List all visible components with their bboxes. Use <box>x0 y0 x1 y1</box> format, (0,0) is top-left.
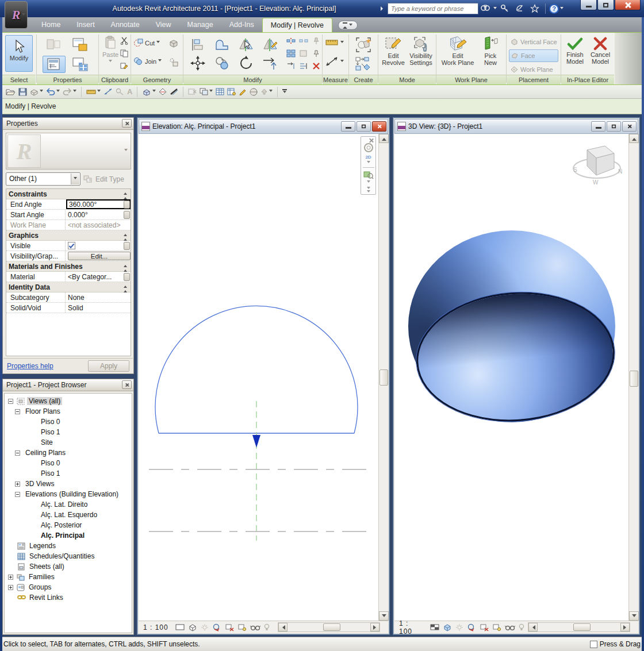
tree-item-alc-lat-direito[interactable]: Alç. Lat. Direito <box>5 499 132 510</box>
reveal-hidden-icon[interactable] <box>264 623 270 631</box>
array-icon[interactable] <box>286 49 296 58</box>
move-icon[interactable] <box>187 55 209 72</box>
crop-region-icon[interactable] <box>492 623 501 631</box>
threed-minimize-button[interactable] <box>591 121 605 132</box>
close-hidden-windows-icon[interactable] <box>188 88 197 95</box>
navbar-more-icon[interactable] <box>367 187 370 194</box>
placement-vertical-face-option[interactable]: Vertical Face <box>509 36 558 48</box>
type-preview[interactable]: R <box>6 133 131 170</box>
mirror-pick-axis-icon[interactable] <box>235 36 257 53</box>
section-graphics[interactable]: Graphics <box>6 230 131 241</box>
tree-item-views-all[interactable]: Views (all) <box>5 396 132 406</box>
section-icon[interactable] <box>159 88 167 95</box>
search-button[interactable] <box>478 2 492 15</box>
vertical-scroll-thumb[interactable] <box>379 369 388 386</box>
paste-dropdown-icon[interactable] <box>109 60 112 64</box>
sync-icon[interactable] <box>30 88 43 96</box>
properties-close-button[interactable] <box>122 119 132 128</box>
cope-icon[interactable] <box>211 36 233 53</box>
offset-icon[interactable] <box>286 61 296 71</box>
panel-label-clipboard[interactable]: Clipboard <box>99 75 131 84</box>
threed-canvas[interactable]: S N W <box>394 134 628 621</box>
collapse-icon[interactable] <box>15 492 20 497</box>
visibility-edit-button[interactable]: Edit... <box>68 252 131 260</box>
ribbon-minimize-toggle[interactable] <box>338 21 358 30</box>
project-browser-close-button[interactable] <box>122 380 132 389</box>
edit-work-plane-button[interactable]: EditWork Plane <box>440 36 476 66</box>
split-with-gap-icon[interactable] <box>298 36 309 45</box>
search-dropdown-icon[interactable] <box>493 7 497 11</box>
join-dropdown-icon[interactable] <box>158 59 162 63</box>
end-angle-input[interactable]: 360.000° <box>66 199 131 209</box>
scroll-right-button[interactable] <box>370 623 379 631</box>
combo-dropdown-button[interactable] <box>71 174 79 184</box>
create-group-icon[interactable] <box>354 36 373 54</box>
tag-icon[interactable] <box>116 88 124 95</box>
temporary-hide-icon[interactable] <box>505 624 515 631</box>
panel-label-in-place-editor[interactable]: In-Place Editor <box>561 75 614 84</box>
copy-icon[interactable] <box>120 49 129 58</box>
reveal-hidden-icon[interactable] <box>519 623 524 631</box>
threed-horizontal-scrollbar[interactable] <box>528 622 630 632</box>
visual-style-icon[interactable] <box>188 623 197 631</box>
split-element-icon[interactable] <box>286 36 296 45</box>
dimension-dropdown-icon[interactable] <box>340 60 344 64</box>
elevation-vertical-scrollbar[interactable] <box>378 134 388 621</box>
start-angle-value[interactable]: 0.000° <box>65 210 131 219</box>
panel-label-work-plane[interactable]: Work Plane <box>436 75 506 84</box>
material-assoc-button[interactable] <box>124 273 130 281</box>
detail-level-icon[interactable] <box>430 623 439 631</box>
thin-lines-icon[interactable] <box>170 88 178 95</box>
tree-item-piso0-floor[interactable]: Piso 0 <box>5 417 132 427</box>
horizontal-scroll-thumb[interactable] <box>323 623 340 631</box>
family-category-icon[interactable] <box>69 36 92 53</box>
tree-item-legends[interactable]: Legends <box>5 541 132 551</box>
tree-item-sheets[interactable]: Sheets (all) <box>5 561 132 572</box>
crop-region-icon[interactable] <box>237 623 247 631</box>
tree-item-piso0-ceiling[interactable]: Piso 0 <box>5 458 132 468</box>
panel-label-create[interactable]: Create <box>349 75 378 84</box>
edit-revolve-button[interactable]: EditRevolve <box>380 36 407 66</box>
tab-annotate[interactable]: Annotate <box>103 17 148 32</box>
visible-checkbox[interactable] <box>68 242 75 249</box>
tab-manage[interactable]: Manage <box>179 17 221 32</box>
visible-assoc-button[interactable] <box>124 242 130 250</box>
steering-wheel-icon[interactable] <box>363 143 374 153</box>
material-value[interactable]: <By Categor... <box>65 272 131 282</box>
tree-item-piso1-ceiling[interactable]: Piso 1 <box>5 468 132 479</box>
sketch-pencil-icon[interactable] <box>239 88 247 95</box>
undo-icon[interactable] <box>46 88 60 95</box>
unpin-icon[interactable] <box>311 49 321 58</box>
elevation-minimize-button[interactable] <box>341 121 355 132</box>
tree-item-elevations[interactable]: Elevations (Building Elevation) <box>5 489 132 499</box>
viewcube[interactable]: S N W <box>570 142 623 188</box>
panel-label-measure[interactable]: Measure <box>323 75 348 84</box>
panel-label-modify[interactable]: Modify <box>183 75 322 84</box>
elevation-restore-button[interactable] <box>356 121 371 132</box>
scroll-up-button[interactable] <box>379 134 389 143</box>
tree-item-alc-principal[interactable]: Alç. Principal <box>5 530 132 541</box>
tab-home[interactable]: Home <box>33 17 68 32</box>
visibility-settings-button[interactable]: VisibilitySettings <box>408 36 434 66</box>
dimension-button[interactable] <box>325 56 344 67</box>
tab-addins[interactable]: Add-Ins <box>221 17 262 32</box>
elevation-horizontal-scrollbar[interactable] <box>278 622 380 632</box>
render-icon[interactable] <box>250 88 258 96</box>
vertical-scroll-thumb[interactable] <box>630 371 638 387</box>
horizontal-scroll-thumb[interactable] <box>573 623 591 631</box>
scroll-right-button[interactable] <box>620 623 630 631</box>
section-materials[interactable]: Materials and Finishes <box>6 261 131 272</box>
redo-icon[interactable] <box>63 88 76 95</box>
delete-icon[interactable] <box>311 61 321 71</box>
scroll-down-button[interactable] <box>379 611 389 621</box>
match-properties-icon[interactable] <box>120 61 129 71</box>
collapse-icon[interactable] <box>15 409 20 414</box>
tree-item-alc-lat-esquerdo[interactable]: Alç. Lat. Esquerdo <box>5 510 132 520</box>
schedules-icon[interactable] <box>216 88 224 95</box>
elevation-close-button[interactable] <box>372 121 386 132</box>
tree-item-piso1-floor[interactable]: Piso 1 <box>5 427 132 437</box>
solid-void-value[interactable]: Solid <box>65 303 131 313</box>
cut-geometry-button[interactable]: Cut <box>133 38 160 47</box>
tab-insert[interactable]: Insert <box>68 17 102 32</box>
schedule-key-icon[interactable] <box>227 88 236 95</box>
